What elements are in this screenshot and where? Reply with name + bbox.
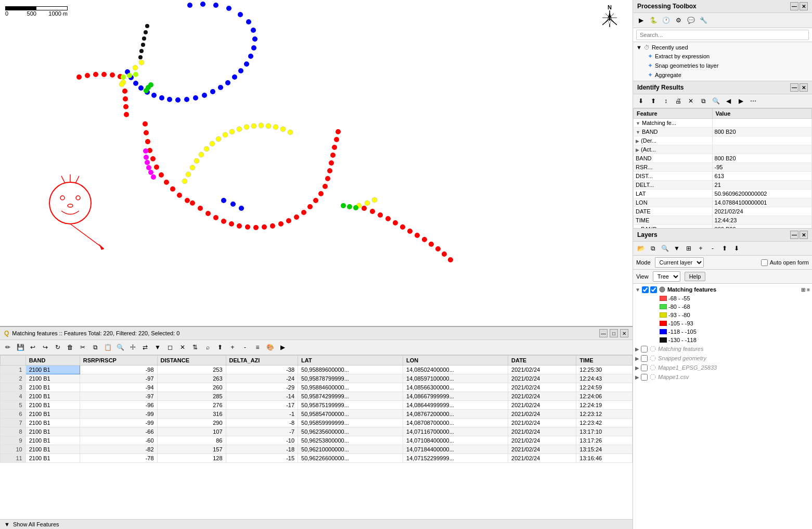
mode-select[interactable]: Current layer All layers	[655, 257, 704, 268]
copy-btn[interactable]: ⧉	[89, 342, 101, 353]
col-time[interactable]: TIME	[576, 356, 633, 366]
table-row[interactable]: 72100 B1-99290-850,95859999999...14,0870…	[1, 419, 633, 427]
table-row[interactable]: 62100 B1-99316-150,95854700000...14,0876…	[1, 410, 633, 419]
identify-table[interactable]: Feature Value ▼ Matching fe... ▼ BAND 80…	[633, 108, 812, 228]
identify-close[interactable]: ✕	[800, 83, 808, 92]
id-row-der[interactable]: ▶ (Der...	[634, 136, 812, 145]
edit-btn[interactable]: ✏	[2, 342, 14, 353]
deselect-btn[interactable]: ✕	[177, 342, 188, 353]
id-tb-zoom[interactable]: 🔍	[710, 95, 721, 107]
layer-checkbox-mappe1[interactable]	[641, 364, 648, 371]
move-selected-top-btn[interactable]: ⬆	[214, 342, 226, 353]
col-lon[interactable]: LON	[403, 356, 508, 366]
toolbox-models-btn[interactable]: ⚙	[673, 15, 684, 26]
layer-checkbox-matching[interactable]	[642, 286, 649, 293]
table-row[interactable]: 22100 B1-97263-2450,95878799999...14,085…	[1, 374, 633, 383]
layer-name-mappe1[interactable]: Mappe1_EPSG_25833	[658, 364, 717, 371]
search-bar[interactable]	[633, 28, 812, 42]
table-row[interactable]: 12100 B1-98253-3850,95889600000...14,085…	[1, 366, 633, 374]
filter-btn[interactable]: ▼	[152, 342, 163, 353]
id-tb-expand2[interactable]: ↕	[660, 95, 672, 107]
layer-header-matching[interactable]: ▼ Matching features ⊞ ≡	[633, 285, 812, 294]
col-date[interactable]: DATE	[508, 356, 576, 366]
refresh-btn[interactable]: ↻	[52, 342, 63, 353]
table-row[interactable]: 112100 B1-78128-1550,96226600000...14,07…	[1, 454, 633, 463]
redo-btn[interactable]: ↪	[40, 342, 51, 353]
close-button[interactable]: ✕	[620, 329, 628, 337]
toolbox-item-snap[interactable]: ✦ Snap geometries to layer	[635, 61, 810, 70]
layer-name-csv[interactable]: Mappe1.csv	[658, 374, 689, 380]
layer-name-matching2[interactable]: Matching features	[658, 346, 703, 352]
toolbox-item-extract[interactable]: ✦ Extract by expression	[635, 52, 810, 61]
id-tb-print[interactable]: 🖨	[673, 95, 684, 107]
id-tb-clear[interactable]: ✕	[685, 95, 697, 107]
col-distance[interactable]: DISTANCE	[157, 356, 226, 366]
table-row[interactable]: 82100 B1-66107-750,96235600000...14,0711…	[1, 427, 633, 436]
layers-filter2-btn[interactable]: ▼	[671, 243, 682, 254]
toolbox-header-controls[interactable]: — ✕	[790, 2, 808, 10]
layer-row-matching2[interactable]: ▶ Matching features	[633, 344, 812, 354]
help-button[interactable]: Help	[685, 272, 706, 281]
toolbox-python-btn[interactable]: 🐍	[648, 15, 659, 26]
window-controls[interactable]: — □ ✕	[599, 329, 628, 337]
search-input[interactable]	[636, 30, 809, 40]
view-select[interactable]: Tree List	[653, 271, 680, 282]
toolbox-minimize[interactable]: —	[790, 2, 798, 10]
identify-header-controls[interactable]: — ✕	[790, 83, 808, 92]
actions-btn[interactable]: ▶	[277, 342, 288, 353]
layers-minimize[interactable]: —	[790, 231, 798, 239]
table-row[interactable]: 102100 B1-82157-1850,96210000000...14,07…	[1, 445, 633, 454]
minimize-button[interactable]: —	[599, 329, 608, 337]
id-tb-copy[interactable]: ⧉	[698, 95, 709, 107]
maximize-button[interactable]: □	[610, 329, 618, 337]
col-delta[interactable]: DELTA_AZI	[226, 356, 298, 366]
layers-up-btn[interactable]: ⬆	[719, 243, 730, 254]
layers-down-btn[interactable]: ⬇	[731, 243, 742, 254]
id-tb-back[interactable]: ◀	[723, 95, 734, 107]
toolbox-run-btn[interactable]: ▶	[635, 15, 647, 26]
zoom-btn[interactable]: 🔍	[114, 342, 126, 353]
id-tb-expand[interactable]: ⬇	[635, 95, 647, 107]
col-rsrp[interactable]: RSRP/RSCP	[80, 356, 157, 366]
layer-checkbox-snapped[interactable]	[641, 355, 648, 362]
col-band[interactable]: BAND	[25, 356, 80, 366]
layers-group-btn[interactable]: ⊞	[683, 243, 694, 254]
toolbox-item-aggregate[interactable]: ✦ Aggregate	[635, 70, 810, 80]
col-lat[interactable]: LAT	[298, 356, 403, 366]
save-btn[interactable]: 💾	[15, 342, 26, 353]
table-row[interactable]: 32100 B1-94260-2950,95884600000...14,085…	[1, 383, 633, 392]
reverse-btn[interactable]: ⇄	[139, 342, 151, 353]
layers-header-controls[interactable]: — ✕	[790, 231, 808, 239]
identify-minimize[interactable]: —	[790, 83, 798, 92]
toolbox-history-btn[interactable]: 🕐	[660, 15, 672, 26]
layer-row-mappe1[interactable]: ▶ Mappe1_EPSG_25833	[633, 363, 812, 372]
table-row[interactable]: 92100 B1-6086-1050,96253800000...14,0710…	[1, 436, 633, 445]
remove-col-btn[interactable]: -	[239, 342, 251, 353]
paste-btn[interactable]: 📋	[102, 342, 113, 353]
recently-used-header[interactable]: ▼ ⏱ Recently used	[635, 43, 810, 52]
layers-filter-btn[interactable]: 🔍	[659, 243, 671, 254]
id-tb-fwd[interactable]: ▶	[735, 95, 746, 107]
map-canvas[interactable]: 0 500 1000 m N	[0, 0, 633, 326]
id-row-act[interactable]: ▶ (Act...	[634, 145, 812, 154]
toolbox-settings-btn[interactable]: 🔧	[698, 15, 709, 26]
layer-name-matching[interactable]: Matching features	[667, 286, 716, 293]
layers-open-btn[interactable]: 📂	[635, 243, 647, 254]
layers-close[interactable]: ✕	[800, 231, 808, 239]
id-tb-collapse[interactable]: ⬆	[648, 95, 659, 107]
open-editor-btn[interactable]: ≡	[252, 342, 263, 353]
layers-remove-btn[interactable]: -	[707, 243, 718, 254]
layer-checkbox-csv[interactable]	[641, 374, 648, 381]
id-tb-more[interactable]: ⋯	[747, 95, 759, 107]
add-col-btn[interactable]: +	[227, 342, 238, 353]
pan-btn[interactable]: ☩	[127, 342, 138, 353]
layers-add-btn[interactable]: +	[695, 243, 706, 254]
attr-table[interactable]: BAND RSRP/RSCP DISTANCE DELTA_AZI LAT LO…	[0, 355, 633, 519]
layer-row-snapped[interactable]: ▶ Snapped geometry	[633, 354, 812, 363]
layers-layers-btn[interactable]: ⧉	[647, 243, 659, 254]
id-row-matching[interactable]: ▼ Matching fe...	[634, 119, 812, 128]
toolbox-close[interactable]: ✕	[800, 2, 808, 10]
table-row[interactable]: 52100 B1-96276-1750,95875199999...14,086…	[1, 401, 633, 410]
table-row[interactable]: 42100 B1-97285-1450,95874299999...14,086…	[1, 392, 633, 401]
delete-btn[interactable]: 🗑	[65, 342, 76, 353]
